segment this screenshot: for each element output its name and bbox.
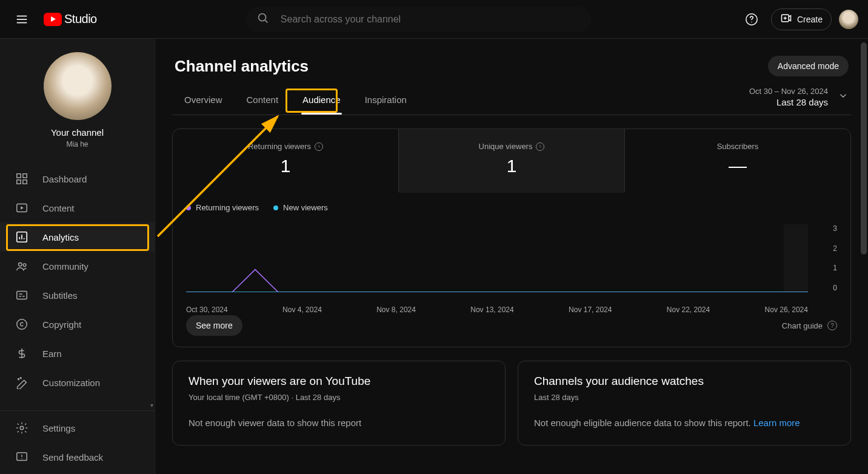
sidebar-item-analytics[interactable]: Analytics — [0, 222, 155, 252]
metric-tab-unique-viewers[interactable]: Unique viewers 1 — [399, 129, 625, 192]
scrollbar[interactable] — [861, 42, 867, 255]
svg-marker-3 — [51, 16, 56, 22]
community-icon — [15, 259, 29, 273]
tab-content[interactable]: Content — [237, 84, 289, 115]
sidebar-item-settings[interactable]: Settings — [0, 413, 155, 442]
content-icon — [15, 201, 29, 215]
youtube-icon — [44, 13, 62, 26]
sidebar-item-community[interactable]: Community — [0, 252, 155, 281]
learn-more-link[interactable]: Learn more — [753, 418, 800, 428]
dashboard-icon — [15, 172, 29, 186]
svg-point-27 — [17, 319, 27, 330]
sidebar-item-label: Content — [42, 203, 75, 213]
help-icon[interactable] — [739, 7, 764, 32]
chart-legend: Returning viewers New viewers — [186, 203, 837, 212]
studio-logo[interactable]: Studio — [44, 12, 97, 26]
legend-label: Returning viewers — [196, 203, 259, 212]
sidebar-item-customization[interactable]: Customization — [0, 368, 155, 397]
customization-icon — [15, 375, 29, 390]
svg-point-4 — [259, 14, 266, 21]
create-label: Create — [797, 15, 823, 24]
earn-icon — [15, 346, 29, 361]
sidebar-item-label: Dashboard — [42, 174, 87, 184]
see-more-button[interactable]: See more — [186, 315, 242, 336]
sidebar-item-label: Earn — [42, 349, 62, 359]
tab-audience[interactable]: Audience — [293, 84, 350, 115]
search-icon — [256, 12, 270, 27]
legend-item: New viewers — [273, 203, 328, 212]
card-subtitle: Last 28 days — [534, 393, 835, 402]
date-range-main: Last 28 days — [749, 97, 828, 107]
sidebar-item-subtitles[interactable]: Subtitles — [0, 281, 155, 310]
metric-tab-returning-viewers[interactable]: Returning viewers 1 — [173, 129, 399, 192]
card-when-viewers-on-youtube: When your viewers are on YouTube Your lo… — [172, 361, 506, 446]
metric-value: — — [625, 156, 850, 176]
sidebar-item-label: Subtitles — [42, 290, 78, 301]
metric-value: 1 — [399, 156, 624, 176]
chevron-down-icon — [838, 90, 849, 103]
gear-icon — [15, 421, 29, 435]
channel-name: Mia he — [0, 140, 155, 149]
channel-title: Your channel — [0, 127, 155, 138]
svg-marker-16 — [21, 206, 24, 210]
svg-point-7 — [751, 21, 752, 22]
metric-label: Returning viewers — [248, 142, 311, 151]
sidebar-item-dashboard[interactable]: Dashboard — [0, 164, 155, 193]
logo-text: Studio — [64, 12, 97, 26]
card-body-text: Not enough eligible audience data to sho… — [534, 418, 753, 428]
sidebar-item-earn[interactable]: Earn — [0, 339, 155, 368]
metrics-card: Returning viewers 1 Unique viewers 1 Sub… — [172, 129, 851, 347]
copyright-icon — [15, 317, 29, 332]
svg-point-28 — [18, 379, 19, 380]
sidebar-item-copyright[interactable]: Copyright — [0, 310, 155, 339]
content-area: Channel analytics Advanced mode Overview… — [155, 39, 868, 474]
sidebar-item-content[interactable]: Content — [0, 193, 155, 222]
chart-guide-link[interactable]: Chart guide ? — [782, 321, 837, 330]
advanced-mode-button[interactable]: Advanced mode — [768, 56, 849, 76]
svg-point-22 — [23, 264, 26, 267]
sidebar-item-feedback[interactable]: Send feedback — [0, 442, 155, 472]
clock-icon — [536, 142, 544, 151]
svg-point-21 — [19, 263, 22, 267]
menu-icon[interactable] — [10, 7, 34, 32]
channel-block[interactable]: Your channel Mia he — [0, 39, 155, 159]
feedback-icon — [15, 450, 29, 464]
subtitles-icon — [15, 288, 29, 302]
sidebar-item-label: Customization — [42, 378, 100, 388]
scroll-down-icon[interactable]: ▾ — [150, 402, 153, 409]
legend-item: Returning viewers — [186, 203, 259, 212]
tab-inspiration[interactable]: Inspiration — [355, 84, 416, 115]
svg-rect-23 — [17, 292, 27, 299]
analytics-tabs: Overview Content Audience Inspiration — [175, 84, 416, 115]
card-channels-watched: Channels your audience watches Last 28 d… — [518, 361, 851, 446]
svg-rect-12 — [23, 174, 27, 178]
line-chart[interactable]: 3210 Oct 30, 2024Nov 4, 2024Nov 8, 2024N… — [186, 224, 837, 303]
create-button[interactable]: Create — [771, 8, 832, 30]
search-box[interactable] — [245, 7, 591, 32]
chart-y-axis: 3210 — [813, 224, 837, 292]
svg-point-33 — [21, 458, 22, 459]
sidebar-item-label: Copyright — [42, 319, 81, 330]
sidebar-item-label: Analytics — [42, 232, 79, 242]
page-title: Channel analytics — [175, 57, 309, 76]
top-bar: Studio Create — [0, 0, 868, 39]
search-input[interactable] — [281, 14, 580, 25]
legend-label: New viewers — [283, 203, 328, 212]
create-plus-icon — [780, 12, 792, 26]
nav-list: Dashboard Content Analytics Community Su… — [0, 159, 155, 402]
metric-value: 1 — [173, 156, 398, 176]
clock-icon — [315, 142, 323, 151]
date-range-sub: Oct 30 – Nov 26, 2024 — [749, 87, 828, 96]
date-range-picker[interactable]: Oct 30 – Nov 26, 2024 Last 28 days — [749, 87, 849, 112]
metric-tab-subscribers[interactable]: Subscribers — — [625, 129, 850, 192]
card-subtitle: Your local time (GMT +0800) · Last 28 da… — [189, 393, 489, 402]
card-title: Channels your audience watches — [534, 375, 835, 388]
tab-overview[interactable]: Overview — [175, 84, 232, 115]
svg-rect-14 — [23, 180, 27, 184]
user-avatar[interactable] — [839, 10, 858, 29]
svg-point-29 — [20, 378, 21, 379]
sidebar-item-label: Send feedback — [42, 452, 103, 462]
card-title: When your viewers are on YouTube — [189, 375, 489, 388]
sidebar-item-label: Community — [42, 261, 88, 272]
help-icon: ? — [827, 321, 837, 330]
